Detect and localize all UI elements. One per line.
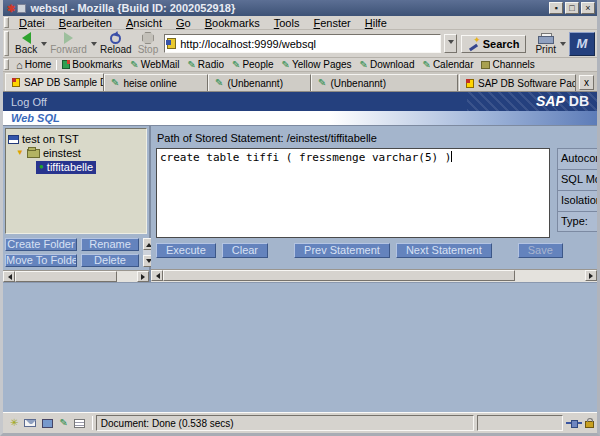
section-title-bar: Web SQL (3, 111, 597, 126)
chat-icon[interactable] (42, 419, 53, 428)
mozilla-icon: ✱ (7, 3, 15, 14)
menu-hilfe[interactable]: Hilfe (358, 17, 394, 29)
statement-bullet-icon: ● (39, 163, 44, 171)
scroll-right-arrow[interactable] (585, 270, 597, 281)
url-input[interactable] (180, 38, 438, 50)
page-title: Web SQL (11, 112, 60, 124)
search-button[interactable]: Search (461, 35, 527, 53)
sap-db-logo: SAPDB (536, 93, 589, 109)
menu-ansicht[interactable]: Ansicht (119, 17, 169, 29)
online-plug-icon[interactable] (566, 420, 582, 426)
mail-icon[interactable] (24, 419, 36, 427)
personal-people[interactable]: ✎ People (228, 59, 278, 70)
statement-actions: Execute Clear Prev Statement Next Statem… (151, 238, 597, 258)
bookmark-pencil-icon: ✎ (360, 60, 368, 70)
clear-button[interactable]: Clear (222, 243, 268, 258)
create-folder-button[interactable]: Create Folder (5, 238, 77, 251)
composer-icon[interactable]: ✎ (59, 418, 67, 428)
tab-heise-online[interactable]: ✎ heise online (104, 74, 208, 91)
addressbook-icon[interactable] (74, 419, 85, 428)
log-off-link[interactable]: Log Off (11, 96, 47, 108)
forward-button[interactable]: Forward (47, 31, 90, 57)
tab-sapdb-sample[interactable]: SAP DB Sample Database (.. (5, 73, 104, 91)
print-button[interactable]: Print (532, 31, 559, 57)
personal-home[interactable]: ⌂ Home (12, 59, 55, 70)
toolbar-grippy[interactable] (4, 17, 9, 28)
isolation-level-label: Isolationle (557, 190, 597, 211)
menu-tools[interactable]: Tools (267, 17, 307, 29)
sql-statement-textarea[interactable]: create table tiffi ( fressmenge varchar(… (156, 148, 550, 238)
personal-bookmarks[interactable]: Bookmarks (58, 59, 126, 70)
personal-channels[interactable]: Channels (477, 59, 538, 70)
print-icon (538, 33, 553, 44)
execute-button[interactable]: Execute (156, 243, 216, 258)
personal-calendar[interactable]: ✎ Calendar (418, 59, 477, 70)
database-icon (8, 135, 19, 144)
next-statement-button[interactable]: Next Statement (396, 243, 492, 258)
component-bar: ✳ ✎ (6, 418, 89, 428)
bookmark-tab-icon (12, 78, 20, 87)
reload-button[interactable]: Reload (97, 31, 135, 57)
statement-frame: Path of Stored Statement: /einstest/tiff… (151, 126, 597, 282)
save-button[interactable]: Save (518, 243, 563, 258)
close-tab-button[interactable]: x (579, 75, 594, 90)
menu-datei[interactable]: Datei (12, 17, 52, 29)
prev-statement-button[interactable]: Prev Statement (294, 243, 390, 258)
title-bar[interactable]: ✱ websql - Mozilla {Build ID: 2002052918… (3, 0, 597, 16)
throbber-logo[interactable]: M (569, 32, 595, 56)
home-icon: ⌂ (16, 60, 23, 70)
tree-button-area: Create Folder Rename Move To Folder Dele… (3, 236, 149, 269)
scrollbar-thumb[interactable] (163, 270, 515, 281)
stored-statement-path: Path of Stored Statement: /einstest/tiff… (151, 126, 597, 148)
scroll-left-arrow[interactable] (151, 270, 163, 281)
personal-webmail[interactable]: ✎ WebMail (126, 59, 183, 70)
scroll-left-arrow[interactable] (3, 271, 15, 282)
bookmark-pencil-icon: ✎ (422, 60, 430, 70)
security-lock-icon[interactable] (585, 421, 594, 428)
menu-fenster[interactable]: Fenster (306, 17, 357, 29)
selected-statement[interactable]: ● tiffitabelle (36, 161, 96, 174)
scrollbar-thumb[interactable] (15, 271, 117, 282)
window-menu-icon[interactable] (17, 4, 26, 13)
maximize-button[interactable]: □ (565, 2, 579, 14)
tree-root-item[interactable]: test on TST (8, 132, 144, 146)
personal-radio[interactable]: ✎ Radio (183, 59, 228, 70)
bookmark-pencil-icon: ✎ (232, 60, 240, 70)
bookmark-pencil-icon: ✎ (282, 60, 290, 70)
tab-sapdb-packages[interactable]: SAP DB Software Packages (459, 74, 576, 91)
tab-unbenannt-1[interactable]: ✎ (Unbenannt) (208, 74, 311, 91)
personal-download[interactable]: ✎ Download (356, 59, 419, 70)
menu-bearbeiten[interactable]: Bearbeiten (52, 17, 119, 29)
tree-leaf-item[interactable]: ● tiffitabelle (8, 160, 144, 174)
url-history-dropdown[interactable] (444, 34, 457, 53)
statement-horizontal-scrollbar[interactable] (151, 269, 597, 282)
frameset: test on TST ▼ einstest ● tiffitabelle Cr… (3, 126, 597, 282)
expanded-arrow-icon[interactable]: ▼ (16, 149, 24, 157)
rename-button[interactable]: Rename (81, 238, 139, 251)
close-button[interactable]: × (581, 2, 595, 14)
text-cursor (451, 151, 452, 162)
menu-go[interactable]: Go (169, 17, 198, 29)
page-background (3, 282, 597, 412)
minimize-button[interactable]: ▪ (549, 2, 563, 14)
bookmark-pencil-icon: ✎ (187, 60, 195, 70)
menu-bookmarks[interactable]: Bookmarks (198, 17, 267, 29)
toolbar-grippy[interactable] (4, 31, 9, 56)
window-title: websql - Mozilla {Build ID: 2002052918} (30, 2, 547, 14)
scroll-right-arrow[interactable] (137, 271, 149, 282)
menu-bar: Datei Bearbeiten Ansicht Go Bookmarks To… (3, 16, 597, 30)
bookmark-page-icon[interactable] (167, 38, 176, 49)
delete-button[interactable]: Delete (81, 254, 139, 267)
personal-yellowpages[interactable]: ✎ Yellow Pages (278, 59, 356, 70)
stop-button[interactable]: Stop (135, 31, 162, 57)
pencil-tab-icon: ✎ (318, 78, 326, 88)
print-dropdown[interactable] (560, 42, 566, 49)
toolbar-grippy[interactable] (4, 59, 9, 70)
tree-folder-item[interactable]: ▼ einstest (8, 146, 144, 160)
channels-icon (481, 61, 490, 69)
navigator-icon[interactable]: ✳ (10, 418, 18, 428)
stop-icon (142, 32, 154, 44)
back-button[interactable]: Back (12, 31, 40, 57)
tab-unbenannt-2[interactable]: ✎ (Unbenannt) (311, 74, 458, 91)
move-to-folder-button[interactable]: Move To Folder (5, 254, 77, 267)
